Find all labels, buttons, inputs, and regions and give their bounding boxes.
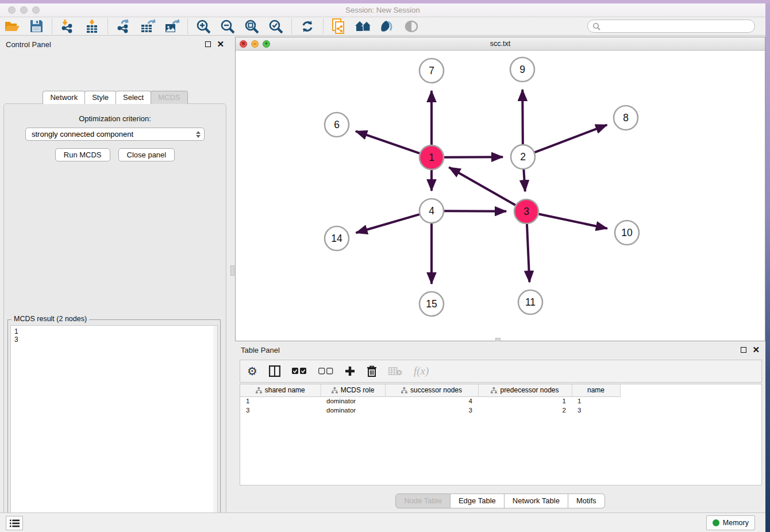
float-table-panel-icon[interactable] xyxy=(741,347,746,353)
save-icon[interactable] xyxy=(28,18,45,34)
minimize-window-icon[interactable] xyxy=(20,6,28,14)
table-cell[interactable]: dominator xyxy=(321,406,385,415)
tab-network-table[interactable]: Network Table xyxy=(505,494,568,508)
network-canvas[interactable]: 7968124314101511 xyxy=(236,51,765,341)
close-panel-button[interactable]: Close panel xyxy=(118,148,175,161)
mcds-result-textarea[interactable]: 1 3 xyxy=(10,325,218,530)
table-row[interactable]: 1dominator411 xyxy=(240,396,620,406)
node-label-7: 7 xyxy=(429,65,434,76)
window-title: Session: New Session xyxy=(345,6,419,14)
import-network-icon[interactable] xyxy=(59,18,76,34)
table-row[interactable]: 3dominator323 xyxy=(240,406,620,415)
style-eye-icon[interactable] xyxy=(379,18,396,34)
chevron-up-down-icon xyxy=(196,131,201,138)
close-panel-icon[interactable]: ✕ xyxy=(217,41,224,47)
column-header-name[interactable]: name xyxy=(572,384,620,396)
node-label-14: 14 xyxy=(331,233,342,244)
delete-icon[interactable] xyxy=(367,363,377,380)
run-mcds-button[interactable]: Run MCDS xyxy=(55,148,110,161)
zoom-window-icon[interactable] xyxy=(32,6,40,14)
column-label: shared name xyxy=(265,386,305,394)
export-network-icon[interactable] xyxy=(115,18,132,34)
edge-1-6[interactable] xyxy=(356,131,419,153)
open-folder-icon[interactable] xyxy=(3,18,21,34)
table-cell[interactable]: 4 xyxy=(385,396,478,406)
search-input[interactable] xyxy=(587,20,755,33)
tab-mcds[interactable]: MCDS xyxy=(151,91,187,104)
tab-select[interactable]: Select xyxy=(116,91,151,104)
task-history-button[interactable] xyxy=(6,516,23,530)
network-view-title: scc.txt xyxy=(490,40,510,48)
table-cell[interactable]: dominator xyxy=(321,396,385,406)
edge-1-2[interactable] xyxy=(444,157,503,157)
tab-network[interactable]: Network xyxy=(43,91,85,104)
maximize-view-icon[interactable]: + xyxy=(263,40,270,48)
wallpaper-top-strip xyxy=(0,0,770,3)
splitter-grip-vertical[interactable] xyxy=(230,265,234,276)
export-image-icon[interactable] xyxy=(163,18,180,34)
column-header-successor-nodes[interactable]: successor nodes xyxy=(385,384,478,396)
node-label-4: 4 xyxy=(429,205,434,217)
eye-icon[interactable] xyxy=(403,18,420,34)
edge-2-8[interactable] xyxy=(535,125,607,152)
table-cell[interactable]: 3 xyxy=(385,406,478,415)
zoom-selected-icon[interactable] xyxy=(267,18,284,34)
edge-2-9[interactable] xyxy=(522,90,523,144)
splitter-grip-horizontal[interactable] xyxy=(495,338,500,341)
deselect-all-checkboxes-icon[interactable] xyxy=(318,363,333,380)
main-traffic-lights[interactable] xyxy=(8,6,40,14)
edge-3-11[interactable] xyxy=(527,224,529,282)
edge-4-14[interactable] xyxy=(356,214,419,233)
import-table-icon[interactable] xyxy=(83,18,101,34)
zoom-fit-icon[interactable] xyxy=(243,18,260,34)
close-window-icon[interactable] xyxy=(8,6,16,14)
edge-3-1[interactable] xyxy=(449,167,515,205)
table-cell[interactable]: 1 xyxy=(572,396,620,406)
close-view-icon[interactable]: ✕ xyxy=(240,40,247,48)
node-label-15: 15 xyxy=(426,298,437,310)
tab-style[interactable]: Style xyxy=(84,91,116,104)
edge-3-10[interactable] xyxy=(539,214,607,229)
add-icon[interactable] xyxy=(345,363,355,380)
zoom-out-icon[interactable] xyxy=(219,18,236,34)
tab-motifs[interactable]: Motifs xyxy=(568,494,605,508)
memory-button[interactable]: Memory xyxy=(706,515,755,530)
network-files-icon[interactable] xyxy=(330,18,348,34)
optimization-criterion-select[interactable]: strongly connected component xyxy=(25,128,205,141)
table-cell[interactable]: 3 xyxy=(572,406,620,415)
network-graph[interactable]: 7968124314101511 xyxy=(236,51,765,341)
column-header-MCDS-role[interactable]: MCDS role xyxy=(321,384,385,396)
refresh-icon[interactable] xyxy=(299,18,316,34)
delete-table-icon[interactable] xyxy=(388,363,402,380)
network-window-titlebar[interactable]: ✕ – + scc.txt xyxy=(236,37,765,51)
hierarchy-icon xyxy=(401,387,407,394)
export-table-icon[interactable] xyxy=(139,18,156,34)
main-toolbar xyxy=(0,17,765,36)
tab-edge-table[interactable]: Edge Table xyxy=(451,494,505,508)
table-cell[interactable]: 3 xyxy=(240,406,321,415)
result-scrollbar[interactable] xyxy=(213,326,217,530)
status-bar: Memory xyxy=(0,512,765,532)
gear-icon[interactable]: ⚙ xyxy=(247,363,257,380)
column-header-shared-name[interactable]: shared name xyxy=(240,384,321,396)
table-cell[interactable]: 1 xyxy=(478,396,572,406)
minimize-view-icon[interactable]: – xyxy=(251,40,259,48)
column-header-predecessor-nodes[interactable]: predecessor nodes xyxy=(478,384,572,396)
zoom-in-icon[interactable] xyxy=(195,18,212,34)
close-table-panel-icon[interactable]: ✕ xyxy=(752,347,760,353)
tab-node-table[interactable]: Node Table xyxy=(395,494,451,508)
mcds-result-group: MCDS result (2 nodes) 1 3 xyxy=(7,319,221,532)
node-table[interactable]: shared nameMCDS rolesuccessor nodesprede… xyxy=(240,384,762,485)
edge-2-3[interactable] xyxy=(523,169,525,191)
function-builder-icon[interactable]: f(x) xyxy=(414,363,429,380)
hierarchy-icon xyxy=(491,387,497,394)
home-icon[interactable] xyxy=(355,18,372,34)
search-icon xyxy=(592,22,600,30)
select-all-checkboxes-icon[interactable] xyxy=(292,363,307,380)
edge-4-3[interactable] xyxy=(444,211,506,211)
table-cell[interactable]: 1 xyxy=(240,396,321,406)
column-view-icon[interactable] xyxy=(269,363,280,380)
table-cell[interactable]: 2 xyxy=(478,406,572,415)
float-panel-icon[interactable] xyxy=(205,41,211,47)
toolbar-separator xyxy=(323,19,324,34)
